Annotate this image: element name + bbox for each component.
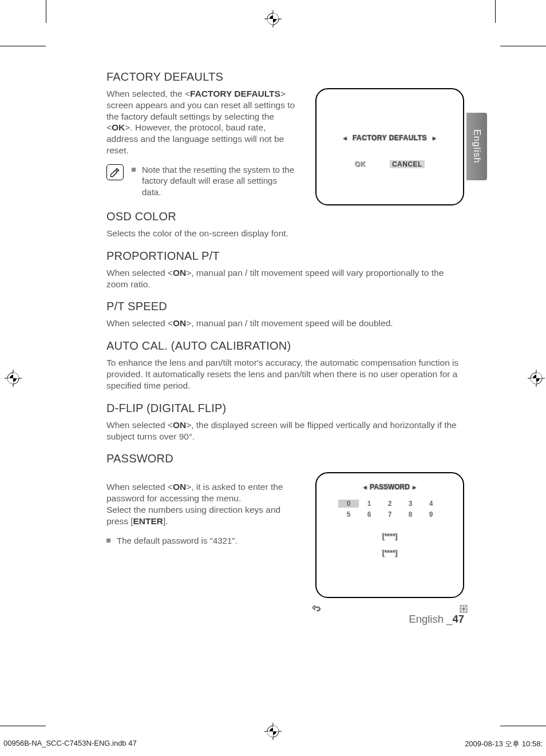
digit-cell: 4 [421,500,441,508]
osd-preview-factory-defaults: ◄ FACTORY DEFAULTS ► OK CANCEL [315,88,464,205]
print-footer-filename: 00956B-NA_SCC-C7453N-ENG.indb 47 [3,739,137,749]
digit-cell: 7 [379,510,400,518]
pt-speed-body: When selected <ON>, manual pan / tilt mo… [106,318,464,329]
osd-cancel-button: CANCEL [390,160,425,168]
section-proportional-pt: PROPORTIONAL P/T When selected <ON>, man… [106,250,464,290]
heading-pt-speed: P/T SPEED [106,300,464,313]
right-arrow-icon: ► [412,484,417,490]
password-entry-line1: [****] [316,532,463,540]
osd-color-body: Selects the color of the on-screen displ… [106,228,464,239]
osd-preview-password: ◄ PASSWORD ► 0 1 2 3 4 5 6 7 8 9 [****] … [315,472,464,598]
language-tab-label: English [472,129,482,163]
d-flip-body: When selected <ON>, the displayed screen… [106,419,464,442]
registration-mark-icon [264,10,282,27]
section-password: PASSWORD ◄ PASSWORD ► 0 1 2 3 4 5 6 7 8 … [106,452,464,546]
factory-defaults-body: When selected, the <FACTORY DEFAULTS> sc… [106,88,296,156]
digit-grid: 0 1 2 3 4 5 6 7 8 9 [338,500,441,518]
section-factory-defaults: FACTORY DEFAULTS ◄ FACTORY DEFAULTS ► OK… [106,70,464,197]
password-entry-line2: [****] [316,549,463,557]
registration-mark-icon [264,723,282,740]
heading-d-flip: D-FLIP (DIGITAL FLIP) [106,402,464,415]
proportional-pt-body: When selected <ON>, manual pan / tilt mo… [106,267,464,290]
osd-password-title: ◄ PASSWORD ► [316,483,463,491]
section-auto-cal: AUTO CAL. (AUTO CALIBRATION) To enhance … [106,339,464,391]
osd-options: OK CANCEL [316,160,463,168]
language-tab: English [466,113,487,180]
digit-cell: 5 [338,510,359,518]
password-body: When selected <ON>, it is asked to enter… [106,470,296,527]
digit-cell: 3 [400,500,421,508]
print-footer: 00956B-NA_SCC-C7453N-ENG.indb 47 2009-08… [3,739,543,749]
heading-password: PASSWORD [106,452,464,465]
registration-mark-icon [5,370,22,387]
digit-cell: 9 [421,510,441,518]
page-content: English FACTORY DEFAULTS ◄ FACTORY DEFAU… [106,70,464,598]
right-arrow-icon: ► [429,135,440,141]
heading-proportional-pt: PROPORTIONAL P/T [106,250,464,263]
heading-osd-color: OSD COLOR [106,210,464,223]
digit-cell: 8 [400,510,421,518]
note-pencil-icon [106,164,124,180]
print-footer-timestamp: 2009-08-13 오후 10:58: [465,739,543,749]
heading-auto-cal: AUTO CAL. (AUTO CALIBRATION) [106,339,464,353]
password-default-note: The default password is "4321". [106,535,296,547]
left-arrow-icon: ◄ [362,484,368,490]
page-footer: English _47 [106,613,464,626]
section-pt-speed: P/T SPEED When selected <ON>, manual pan… [106,300,464,329]
osd-title: ◄ FACTORY DEFAULTS ► [316,134,463,142]
digit-cell: 1 [359,500,379,508]
registration-mark-icon [528,370,545,387]
heading-factory-defaults: FACTORY DEFAULTS [106,70,464,84]
digit-cell: 2 [379,500,400,508]
note-row: Note that the resetting the system to th… [106,164,304,198]
digit-cell: 6 [359,510,379,518]
note-text: Note that the resetting the system to th… [132,164,298,198]
auto-cal-body: To enhance the lens and pan/tilt motor's… [106,357,464,391]
left-arrow-icon: ◄ [340,135,350,141]
digit-cell: 0 [338,500,359,508]
section-d-flip: D-FLIP (DIGITAL FLIP) When selected <ON>… [106,402,464,442]
osd-ok-button: OK [355,160,366,168]
section-osd-color: OSD COLOR Selects the color of the on-sc… [106,210,464,239]
